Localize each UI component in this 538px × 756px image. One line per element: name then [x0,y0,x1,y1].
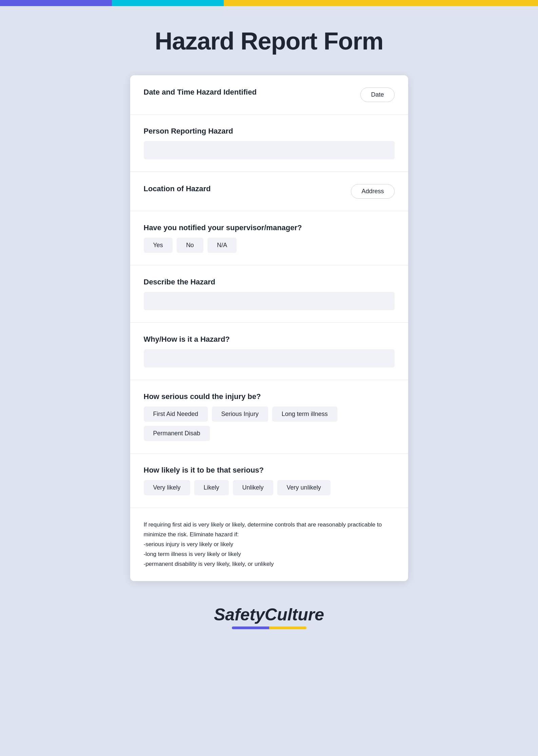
describe-hazard-input[interactable] [144,292,395,310]
footer-underline [232,626,306,629]
person-reporting-label: Person Reporting Hazard [144,127,395,136]
option-long-term[interactable]: Long term illness [272,406,337,422]
option-very-likely[interactable]: Very likely [144,480,190,495]
notified-supervisor-options: Yes No N/A [144,238,395,253]
notified-supervisor-label: Have you notified your supervisor/manage… [144,223,395,232]
info-line-3: -long term illness is very likely or lik… [144,551,241,557]
injury-likelihood-label: How likely is it to be that serious? [144,466,395,475]
footer: SafetyCulture [0,605,538,650]
top-bar [0,0,538,6]
option-permanent-disab[interactable]: Permanent Disab [144,426,210,441]
info-line-4: -permanent disability is very likely, li… [144,561,274,567]
section-notified-supervisor: Have you notified your supervisor/manage… [130,211,408,265]
describe-hazard-label: Describe the Hazard [144,278,395,286]
date-picker-button[interactable]: Date [360,87,394,102]
section-date-time: Date and Time Hazard Identified Date [130,75,408,115]
footer-brand: SafetyCulture [0,605,538,624]
section-injury-likelihood: How likely is it to be that serious? Ver… [130,454,408,508]
section-person-reporting: Person Reporting Hazard [130,115,408,172]
section-injury-severity: How serious could the injury be? First A… [130,380,408,454]
injury-likelihood-options: Very likely Likely Unlikely Very unlikel… [144,480,395,495]
address-button[interactable]: Address [351,184,394,199]
footer-underline-yellow [269,626,306,629]
injury-severity-label: How serious could the injury be? [144,392,395,401]
why-hazard-input[interactable] [144,349,395,367]
person-reporting-input[interactable] [144,141,395,159]
section-info: If requiring first aid is very likely or… [130,508,408,581]
option-likely[interactable]: Likely [194,480,229,495]
option-first-aid[interactable]: First Aid Needed [144,406,208,422]
info-text: If requiring first aid is very likely or… [144,520,395,569]
option-serious-injury[interactable]: Serious Injury [212,406,268,422]
location-label: Location of Hazard [144,184,211,193]
injury-severity-options: First Aid Needed Serious Injury Long ter… [144,406,395,441]
page-title: Hazard Report Form [0,27,538,55]
option-very-unlikely[interactable]: Very unlikely [277,480,331,495]
why-hazard-label: Why/How is it a Hazard? [144,335,395,344]
top-bar-purple [0,0,112,6]
option-na[interactable]: N/A [207,238,237,253]
form-card: Date and Time Hazard Identified Date Per… [130,75,408,581]
footer-culture: Culture [265,605,324,624]
top-bar-cyan [112,0,224,6]
option-yes[interactable]: Yes [144,238,173,253]
top-bar-yellow [224,0,538,6]
section-location: Location of Hazard Address [130,172,408,211]
footer-underline-purple [232,626,269,629]
info-line-1: If requiring first aid is very likely or… [144,521,382,538]
date-time-label: Date and Time Hazard Identified [144,88,257,97]
section-why-hazard: Why/How is it a Hazard? [130,323,408,380]
section-describe-hazard: Describe the Hazard [130,265,408,323]
option-unlikely[interactable]: Unlikely [233,480,273,495]
option-no[interactable]: No [177,238,203,253]
info-line-2: -serious injury is very likely or likely [144,541,234,548]
footer-safety: Safety [214,605,265,624]
